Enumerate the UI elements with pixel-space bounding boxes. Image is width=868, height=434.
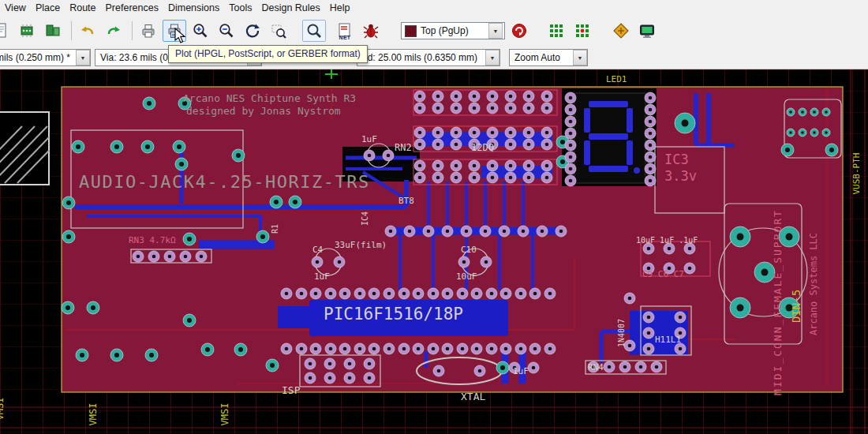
pcb-label: Arcano NES Chiptune Synth R3 [183, 92, 356, 104]
pcb-label: 1uF [361, 134, 377, 144]
hatched-connector [0, 112, 49, 185]
pad [110, 140, 123, 153]
pad [451, 91, 462, 102]
layers-manager-button[interactable] [507, 20, 531, 42]
pcb-label: 10uF 1uF .1uF [636, 236, 698, 245]
grid-size-select[interactable]: rid: 25.00 mils (0.6350 mm) ▼ [357, 49, 500, 66]
pad [310, 343, 321, 354]
library-editor-button[interactable] [41, 20, 65, 42]
ratsnest-button[interactable] [359, 20, 383, 42]
pcb-label: XTAL [461, 391, 485, 402]
pad [281, 288, 292, 299]
pcbnew-window: View Place Route Preferences Dimensions … [0, 0, 868, 69]
menu-help[interactable]: Help [325, 2, 355, 13]
mouse-cursor [174, 28, 185, 43]
zoom-in-button[interactable] [189, 20, 212, 42]
pad [385, 226, 396, 237]
pcb-label: 10uF [456, 271, 477, 282]
pad [354, 288, 365, 299]
pad [544, 343, 556, 354]
pad [471, 288, 482, 299]
pad [675, 113, 695, 133]
toolbar-separator [132, 21, 133, 40]
3d-viewer-button[interactable] [635, 20, 659, 42]
toolbar-separator [71, 21, 72, 40]
pad [645, 128, 656, 139]
pcb-label: VUSB-PTH [851, 153, 862, 195]
zoom-out-icon [218, 22, 235, 39]
pad [469, 127, 480, 138]
pad [432, 127, 443, 138]
pcb-label: BT8 [398, 196, 414, 206]
menu-preferences[interactable]: Preferences [101, 2, 163, 13]
pad [451, 139, 462, 150]
pad [110, 349, 123, 361]
pad [310, 288, 321, 299]
print-button[interactable] [137, 20, 160, 42]
pad [339, 288, 350, 299]
pad [515, 288, 526, 299]
pcb-label: C9 C6 C7 [642, 269, 684, 279]
menu-dimensions[interactable]: Dimensions [163, 2, 224, 13]
pad [645, 116, 656, 127]
zoom-in-icon [192, 22, 209, 39]
pad [541, 91, 552, 102]
ratsnest-bug-icon [362, 22, 380, 39]
pad [822, 108, 830, 116]
pad [643, 343, 654, 354]
layer-select[interactable]: Top (PgUp) ▼ [401, 22, 505, 39]
show-grid-button[interactable] [571, 20, 594, 42]
pad [442, 288, 453, 299]
pad [383, 343, 395, 354]
menu-design-rules[interactable]: Design Rules [256, 2, 324, 13]
zoom-select[interactable]: Zoom Auto ▼ [509, 49, 588, 66]
module-editor-button[interactable] [15, 20, 39, 42]
pad [398, 343, 410, 354]
pad [398, 288, 410, 299]
pad [781, 144, 794, 156]
menu-place[interactable]: Place [31, 2, 65, 13]
pad [619, 361, 630, 372]
pad [175, 158, 188, 170]
pcb-label: 1uF [314, 271, 330, 282]
pad [541, 127, 552, 138]
redraw-button[interactable] [241, 20, 264, 42]
menu-view[interactable]: View [0, 2, 31, 13]
pad [787, 129, 795, 137]
pad [499, 226, 510, 237]
pad [505, 91, 516, 102]
page-settings-button[interactable] [0, 20, 13, 42]
zoom-selection-button[interactable] [267, 20, 290, 42]
pad [451, 172, 462, 183]
pad [624, 340, 635, 351]
show-pads-button[interactable] [544, 20, 568, 42]
pad [148, 251, 159, 262]
pad [164, 251, 175, 262]
pcb-label: AUDIO-JACK4-.25-HORIZ-TRS [79, 172, 370, 192]
find-button[interactable] [302, 20, 326, 42]
pad [730, 226, 750, 247]
pad [523, 139, 534, 150]
pcb-label: C4 [312, 245, 324, 255]
pad [523, 160, 534, 171]
pad [432, 160, 443, 171]
pad [183, 314, 196, 327]
pad [133, 251, 144, 262]
menu-route[interactable]: Route [65, 2, 100, 13]
track-width-value: mils (0.250 mm) * [0, 52, 70, 63]
pad [624, 293, 635, 304]
pad [487, 127, 498, 138]
pcb-canvas[interactable]: Arcano NES Chiptune Synth R3designed by … [0, 69, 868, 434]
track-width-select[interactable]: mils (0.250 mm) * ▼ [0, 49, 91, 66]
pad [565, 175, 576, 186]
pcb-label: ISP [282, 384, 301, 396]
menu-tools[interactable]: Tools [224, 2, 256, 13]
redo-button[interactable] [102, 20, 125, 42]
pads-grid-icon [548, 22, 565, 39]
autoroute-mode-button[interactable] [609, 20, 633, 42]
pcb-label: 33uF(film) [335, 240, 387, 250]
pad [428, 288, 439, 299]
undo-button[interactable] [76, 20, 99, 42]
zoom-out-button[interactable] [215, 20, 238, 42]
netlist-button[interactable]: NET [333, 20, 357, 42]
